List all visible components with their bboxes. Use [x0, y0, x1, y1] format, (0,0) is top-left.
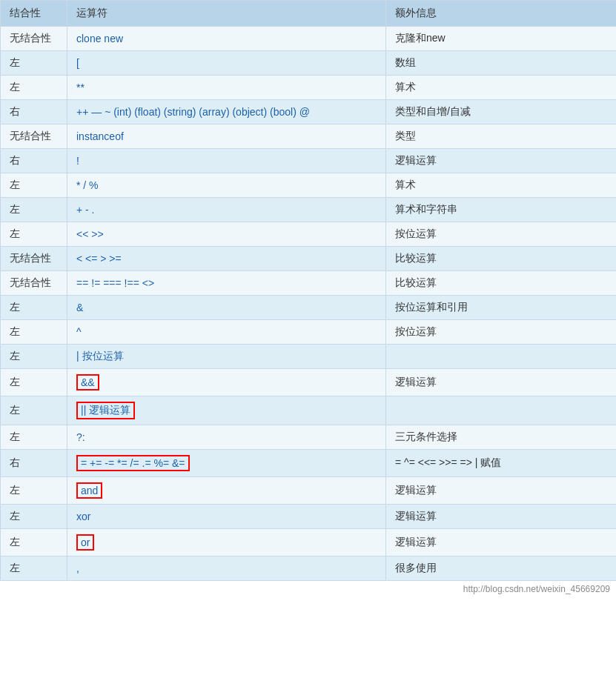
- op-cell: < <= > >=: [67, 247, 386, 271]
- op-highlighted: = += -= *= /= .= %= &=: [76, 455, 190, 471]
- op-cell: ,: [67, 556, 386, 581]
- extra-cell: = ^= <<= >>= => | 赋值: [386, 450, 617, 477]
- table-row: 左<< >>按位运算: [1, 222, 617, 247]
- extra-cell: 数组: [386, 51, 617, 76]
- extra-cell: 逻辑运算: [386, 149, 617, 173]
- extra-cell: 按位运算: [386, 320, 617, 345]
- op-cell: || 逻辑运算: [67, 396, 386, 425]
- footer-note: http://blog.csdn.net/weixin_45669209: [0, 581, 616, 597]
- extra-cell: 逻辑运算: [386, 477, 617, 505]
- table-row: 左^按位运算: [1, 320, 617, 345]
- op-cell: * / %: [67, 173, 386, 198]
- extra-cell: 比较运算: [386, 247, 617, 271]
- table-row: 无结合性instanceof类型: [1, 124, 617, 149]
- table-row: 左+ - .算术和字符串: [1, 198, 617, 222]
- extra-cell: [386, 345, 617, 369]
- op-cell: ++ — ~ (int) (float) (string) (array) (o…: [67, 100, 386, 124]
- table-row: 无结合性== != === !== <>比较运算: [1, 271, 617, 296]
- table-row: 右!逻辑运算: [1, 149, 617, 173]
- op-cell: xor: [67, 505, 386, 529]
- table-row: 左**算术: [1, 76, 617, 100]
- op-highlighted: or: [76, 534, 94, 551]
- table-row: 左&按位运算和引用: [1, 296, 617, 320]
- extra-cell: 按位运算: [386, 222, 617, 247]
- assoc-cell: 左: [1, 396, 67, 425]
- header-extra: 额外信息: [386, 1, 617, 27]
- table-row: 左|| 逻辑运算: [1, 396, 617, 425]
- assoc-cell: 无结合性: [1, 247, 67, 271]
- header-assoc: 结合性: [1, 1, 67, 27]
- table-row: 左&&逻辑运算: [1, 369, 617, 396]
- op-cell: instanceof: [67, 124, 386, 149]
- extra-cell: 很多使用: [386, 556, 617, 581]
- op-highlighted: and: [76, 482, 102, 499]
- extra-cell: 算术: [386, 76, 617, 100]
- extra-cell: 类型: [386, 124, 617, 149]
- assoc-cell: 右: [1, 450, 67, 477]
- extra-cell: 按位运算和引用: [386, 296, 617, 320]
- assoc-cell: 左: [1, 51, 67, 76]
- assoc-cell: 无结合性: [1, 27, 67, 51]
- table-row: 左or逻辑运算: [1, 529, 617, 556]
- op-highlighted: &&: [76, 374, 99, 390]
- op-cell: [: [67, 51, 386, 76]
- extra-cell: [386, 396, 617, 425]
- assoc-cell: 右: [1, 149, 67, 173]
- extra-cell: 类型和自增/自减: [386, 100, 617, 124]
- assoc-cell: 左: [1, 556, 67, 581]
- extra-cell: 逻辑运算: [386, 505, 617, 529]
- assoc-cell: 左: [1, 222, 67, 247]
- op-cell: &&: [67, 369, 386, 396]
- assoc-cell: 左: [1, 198, 67, 222]
- op-cell: + - .: [67, 198, 386, 222]
- table-row: 左and逻辑运算: [1, 477, 617, 505]
- op-cell: ^: [67, 320, 386, 345]
- extra-cell: 三元条件选择: [386, 425, 617, 450]
- table-row: 左* / %算术: [1, 173, 617, 198]
- op-cell: or: [67, 529, 386, 556]
- table-row: 左[数组: [1, 51, 617, 76]
- table-row: 无结合性< <= > >=比较运算: [1, 247, 617, 271]
- extra-cell: 逻辑运算: [386, 529, 617, 556]
- op-cell: !: [67, 149, 386, 173]
- extra-cell: 克隆和new: [386, 27, 617, 51]
- header-op: 运算符: [67, 1, 386, 27]
- assoc-cell: 左: [1, 505, 67, 529]
- table-row: 无结合性clone new克隆和new: [1, 27, 617, 51]
- assoc-cell: 左: [1, 345, 67, 369]
- op-cell: **: [67, 76, 386, 100]
- table-row: 左| 按位运算: [1, 345, 617, 369]
- assoc-cell: 左: [1, 477, 67, 505]
- assoc-cell: 左: [1, 296, 67, 320]
- assoc-cell: 左: [1, 529, 67, 556]
- assoc-cell: 左: [1, 76, 67, 100]
- assoc-cell: 无结合性: [1, 271, 67, 296]
- op-cell: == != === !== <>: [67, 271, 386, 296]
- extra-cell: 比较运算: [386, 271, 617, 296]
- assoc-cell: 左: [1, 425, 67, 450]
- table-row: 右= += -= *= /= .= %= &== ^= <<= >>= => |…: [1, 450, 617, 477]
- extra-cell: 算术和字符串: [386, 198, 617, 222]
- op-cell: << >>: [67, 222, 386, 247]
- table-row: 左?:三元条件选择: [1, 425, 617, 450]
- op-cell: and: [67, 477, 386, 505]
- assoc-cell: 左: [1, 369, 67, 396]
- op-cell: | 按位运算: [67, 345, 386, 369]
- assoc-cell: 无结合性: [1, 124, 67, 149]
- table-row: 左,很多使用: [1, 556, 617, 581]
- op-highlighted: || 逻辑运算: [76, 402, 135, 419]
- table-row: 左xor逻辑运算: [1, 505, 617, 529]
- op-cell: &: [67, 296, 386, 320]
- op-cell: clone new: [67, 27, 386, 51]
- extra-cell: 逻辑运算: [386, 369, 617, 396]
- extra-cell: 算术: [386, 173, 617, 198]
- assoc-cell: 左: [1, 320, 67, 345]
- assoc-cell: 左: [1, 173, 67, 198]
- op-cell: = += -= *= /= .= %= &=: [67, 450, 386, 477]
- table-row: 右++ — ~ (int) (float) (string) (array) (…: [1, 100, 617, 124]
- op-cell: ?:: [67, 425, 386, 450]
- operator-table: 结合性 运算符 额外信息 无结合性clone new克隆和new左[数组左**算…: [0, 0, 616, 581]
- assoc-cell: 右: [1, 100, 67, 124]
